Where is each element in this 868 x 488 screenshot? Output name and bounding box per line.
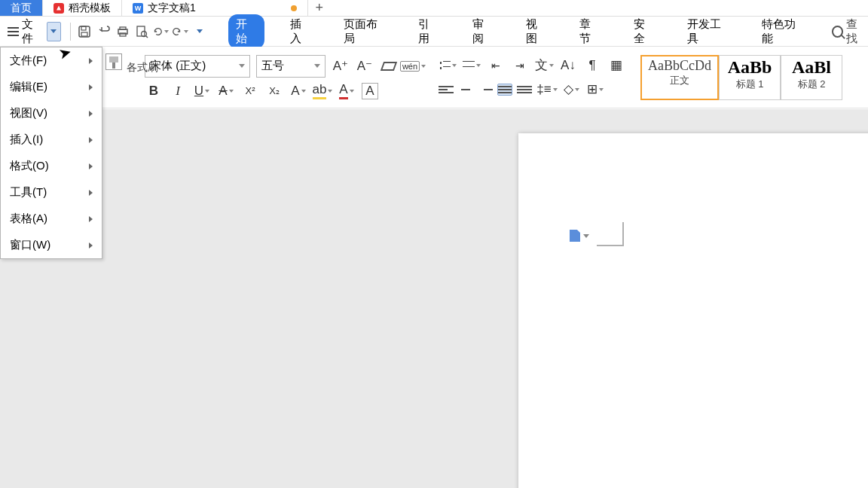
font-size-select[interactable]: 五号 (256, 55, 326, 78)
ribbon-pagelayout[interactable]: 页面布局 (336, 14, 393, 49)
svg-rect-2 (81, 32, 87, 36)
ribbon-start[interactable]: 开始 (228, 14, 264, 49)
decrease-font-button[interactable] (356, 57, 374, 75)
ribbon-security[interactable]: 安全 (626, 14, 662, 49)
chevron-down-icon (229, 90, 234, 93)
format-painter-icon (105, 53, 122, 70)
menu-edit[interactable]: 编辑(E) (1, 74, 102, 100)
chevron-down-icon (476, 64, 481, 67)
submenu-arrow-icon (89, 190, 93, 196)
save-icon[interactable] (77, 23, 93, 40)
toolbar-overflow-button[interactable] (191, 23, 207, 40)
decrease-indent-button[interactable]: ⇤ (487, 56, 505, 75)
file-dropdown-menu: 文件(F) 编辑(E) 视图(V) 插入(I) 格式(O) 工具(T) 表格(A… (0, 47, 102, 259)
file-menu-button[interactable]: 文件 (5, 14, 64, 49)
table-button[interactable]: ▦ (607, 56, 625, 75)
ribbon-view[interactable]: 视图 (518, 14, 554, 49)
italic-button[interactable]: I (169, 82, 187, 100)
highlight-glyph: ab (313, 82, 327, 99)
chevron-down-icon (239, 64, 245, 68)
ribbon-section[interactable]: 章节 (572, 14, 607, 49)
chevron-down-icon (301, 90, 306, 93)
format-painter-button[interactable]: 各式刷 (105, 54, 158, 75)
search-button[interactable]: 查找 (832, 17, 868, 46)
print-icon[interactable] (115, 23, 130, 40)
redo-button[interactable] (172, 23, 188, 40)
text-direction-button[interactable]: 文 (535, 56, 553, 75)
chevron-down-icon (197, 29, 203, 33)
menu-label: 文件(F) (10, 53, 47, 68)
menu-window[interactable]: 窗口(W) (1, 232, 102, 258)
ribbon-review[interactable]: 审阅 (465, 14, 500, 49)
print-preview-icon[interactable] (133, 23, 149, 40)
font-color-button[interactable]: A (338, 82, 356, 100)
increase-indent-button[interactable]: ⇥ (511, 56, 529, 75)
ribbon-reference[interactable]: 引用 (411, 14, 446, 49)
align-center-button[interactable] (458, 84, 473, 96)
text-effects-button[interactable]: A (289, 82, 307, 100)
undo-button[interactable] (152, 23, 169, 40)
document-page[interactable] (518, 133, 868, 488)
format-painter-label: 各式刷 (127, 61, 158, 73)
bold-button[interactable]: B (145, 82, 163, 100)
menu-label: 工具(T) (10, 185, 47, 200)
quick-toolbar: 文件 开始 插入 页面布局 引用 审阅 视图 章节 安全 开发工具 特色功能 查… (0, 17, 868, 47)
highlight-button[interactable]: ab (313, 82, 332, 100)
phonetic-guide-button[interactable]: wén (404, 57, 422, 75)
output-pdf-icon[interactable] (96, 23, 112, 40)
align-justify-button[interactable] (497, 84, 512, 96)
menu-label: 表格(A) (10, 212, 47, 226)
chevron-down-icon (599, 88, 604, 91)
submenu-arrow-icon (89, 216, 93, 222)
bullet-list-button[interactable] (439, 56, 457, 75)
sort-button[interactable]: A↓ (559, 56, 577, 75)
font-family-select[interactable]: 宋体 (正文) (145, 55, 250, 78)
search-label: 查找 (846, 17, 868, 46)
shading-button[interactable]: ◇ (562, 81, 580, 99)
style-heading1[interactable]: AaBb 标题 1 (719, 55, 781, 100)
superscript-button[interactable]: X² (241, 82, 259, 100)
section-tag-button[interactable] (570, 230, 589, 242)
writer-icon: W (133, 3, 143, 14)
ribbon-devtools[interactable]: 开发工具 (680, 14, 736, 49)
svg-line-8 (145, 35, 148, 38)
submenu-arrow-icon (89, 58, 93, 64)
menu-view[interactable]: 视图(V) (1, 100, 102, 127)
align-distribute-button[interactable] (517, 84, 532, 96)
document-workspace (0, 109, 868, 488)
strikethrough-button[interactable]: A (217, 82, 235, 100)
page-icon (570, 230, 580, 242)
underline-button[interactable]: U (193, 82, 211, 100)
file-menu-label: 文件 (22, 17, 44, 46)
ribbon-special[interactable]: 特色功能 (754, 14, 811, 49)
menu-label: 视图(V) (10, 106, 47, 120)
borders-button[interactable]: ⊞ (586, 81, 604, 99)
strike-glyph: A (219, 84, 227, 99)
style-heading2[interactable]: AaBl 标题 2 (781, 55, 842, 100)
chevron-down-icon (350, 90, 354, 93)
clear-format-button[interactable] (380, 57, 398, 75)
menu-format[interactable]: 格式(O) (1, 153, 102, 179)
file-menu-dropdown-button[interactable] (47, 22, 61, 41)
menu-insert[interactable]: 插入(I) (1, 127, 102, 153)
style-preview: AaBb (726, 57, 774, 78)
menu-label: 格式(O) (10, 159, 49, 173)
style-normal[interactable]: AaBbCcDd 正文 (640, 55, 719, 100)
submenu-arrow-icon (89, 137, 93, 143)
ribbon-insert[interactable]: 插入 (283, 14, 318, 49)
line-spacing-button[interactable]: ‡≡ (538, 81, 556, 99)
increase-font-button[interactable] (332, 57, 350, 75)
number-list-button[interactable] (463, 56, 481, 75)
align-group (439, 84, 532, 96)
chevron-down-icon (549, 64, 554, 67)
eraser-icon (381, 62, 397, 71)
character-border-button[interactable]: A (362, 83, 378, 99)
subscript-button[interactable]: X₂ (265, 82, 283, 100)
show-marks-button[interactable]: ¶ (583, 56, 601, 75)
menu-table[interactable]: 表格(A) (1, 206, 102, 232)
menu-tools[interactable]: 工具(T) (1, 179, 102, 206)
chevron-down-icon (452, 64, 457, 67)
align-right-button[interactable] (478, 84, 493, 96)
align-left-button[interactable] (439, 84, 454, 96)
menu-file[interactable]: 文件(F) (1, 47, 102, 74)
